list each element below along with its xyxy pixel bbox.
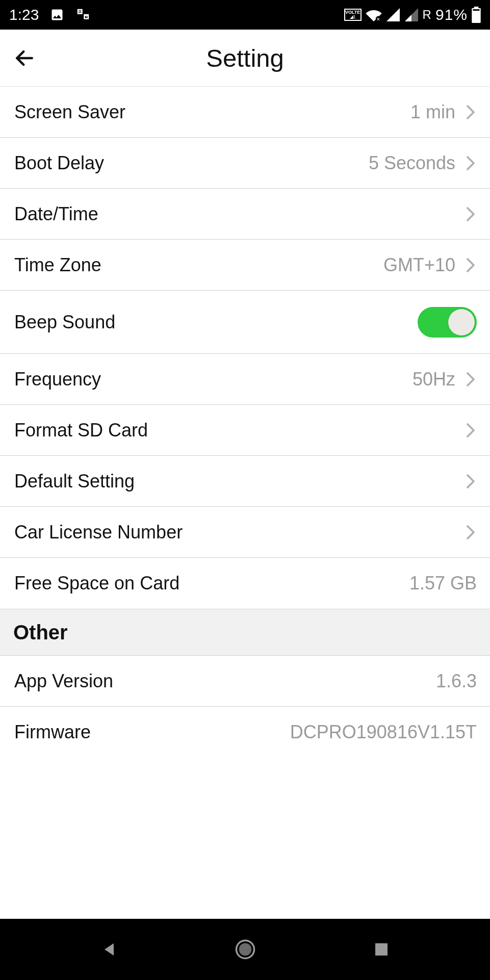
row-frequency[interactable]: Frequency 50Hz (0, 354, 490, 405)
row-date-time[interactable]: Date/Time (0, 189, 490, 240)
back-arrow-icon (13, 47, 36, 69)
nav-recent-icon (373, 941, 390, 958)
nav-home-button[interactable] (230, 934, 261, 965)
row-label: Date/Time (14, 203, 98, 225)
signal-2-icon (404, 8, 419, 21)
app-header: Setting (0, 30, 490, 87)
row-value: DCPRO190816V1.15T (290, 721, 477, 743)
settings-list: Screen Saver 1 min Boot Delay 5 Seconds … (0, 87, 490, 758)
chevron-right-icon (465, 369, 477, 390)
svg-point-7 (239, 943, 251, 956)
row-label: Format SD Card (14, 420, 148, 441)
row-format-sd[interactable]: Format SD Card (0, 405, 490, 456)
row-app-version: App Version 1.6.3 (0, 656, 490, 707)
row-right: DCPRO190816V1.15T (290, 721, 477, 743)
row-right (465, 420, 477, 441)
nav-home-icon (235, 939, 256, 960)
chevron-right-icon (465, 420, 477, 441)
nav-back-icon (100, 940, 118, 959)
chevron-right-icon (465, 102, 477, 122)
row-value: 50Hz (412, 369, 455, 390)
wifi-icon: ✕ (366, 8, 382, 21)
battery-percentage: 91% (435, 6, 468, 23)
row-right (418, 307, 477, 338)
row-default-setting[interactable]: Default Setting (0, 456, 490, 507)
back-button[interactable] (10, 44, 39, 72)
row-right: GMT+10 (383, 254, 477, 276)
row-right: 50Hz (412, 369, 477, 390)
row-value: 1 min (410, 101, 455, 123)
row-value: 5 Seconds (369, 152, 455, 174)
beep-sound-toggle[interactable] (418, 307, 477, 338)
image-icon (50, 8, 64, 22)
row-time-zone[interactable]: Time Zone GMT+10 (0, 240, 490, 291)
row-right (465, 522, 477, 543)
svg-rect-8 (375, 943, 388, 956)
row-label: Default Setting (14, 471, 135, 492)
row-value: GMT+10 (383, 254, 455, 276)
row-label: Beep Sound (14, 312, 115, 333)
row-right: 1.6.3 (436, 670, 477, 692)
row-right (465, 204, 477, 224)
row-right (465, 471, 477, 492)
nav-recent-button[interactable] (366, 934, 397, 965)
svg-text:✕: ✕ (376, 17, 380, 21)
row-value: 1.57 GB (409, 573, 477, 594)
svg-rect-2 (474, 7, 479, 8)
row-label: Boot Delay (14, 152, 104, 174)
row-beep-sound: Beep Sound (0, 291, 490, 354)
row-value: 1.6.3 (436, 670, 477, 692)
chevron-right-icon (465, 153, 477, 173)
row-label: Free Space on Card (14, 573, 179, 594)
battery-icon (472, 7, 481, 23)
section-other: Other (0, 609, 490, 656)
navigation-bar (0, 919, 490, 980)
volte-icon: VOLTE ◢1 (344, 9, 362, 21)
row-free-space: Free Space on Card 1.57 GB (0, 558, 490, 609)
row-label: Car License Number (14, 522, 183, 543)
signal-1-icon (386, 8, 400, 21)
row-right: 1 min (410, 101, 477, 123)
row-label: Frequency (14, 369, 101, 390)
row-right: 1.57 GB (409, 573, 477, 594)
nav-back-button[interactable] (94, 934, 124, 965)
chevron-right-icon (465, 471, 477, 492)
status-right: VOLTE ◢1 ✕ R 91% (344, 6, 481, 23)
status-time: 1:23 (9, 6, 39, 23)
roaming-indicator: R (423, 8, 431, 22)
row-right: 5 Seconds (369, 152, 477, 174)
row-label: App Version (14, 670, 113, 692)
row-boot-delay[interactable]: Boot Delay 5 Seconds (0, 138, 490, 189)
status-left: 1:23 (9, 6, 91, 23)
row-screen-saver[interactable]: Screen Saver 1 min (0, 87, 490, 138)
svg-rect-4 (473, 9, 479, 11)
status-bar: 1:23 VOLTE ◢1 ✕ R 91% (0, 0, 490, 30)
toggle-knob (448, 309, 475, 336)
chevron-right-icon (465, 255, 477, 275)
page-title: Setting (12, 44, 478, 72)
row-label: Screen Saver (14, 101, 125, 123)
row-firmware: Firmware DCPRO190816V1.15T (0, 707, 490, 758)
chevron-right-icon (465, 204, 477, 224)
section-title: Other (13, 621, 68, 644)
translate-icon (75, 7, 91, 22)
row-car-license[interactable]: Car License Number (0, 507, 490, 558)
chevron-right-icon (465, 522, 477, 543)
row-label: Time Zone (14, 254, 101, 276)
row-label: Firmware (14, 721, 91, 743)
